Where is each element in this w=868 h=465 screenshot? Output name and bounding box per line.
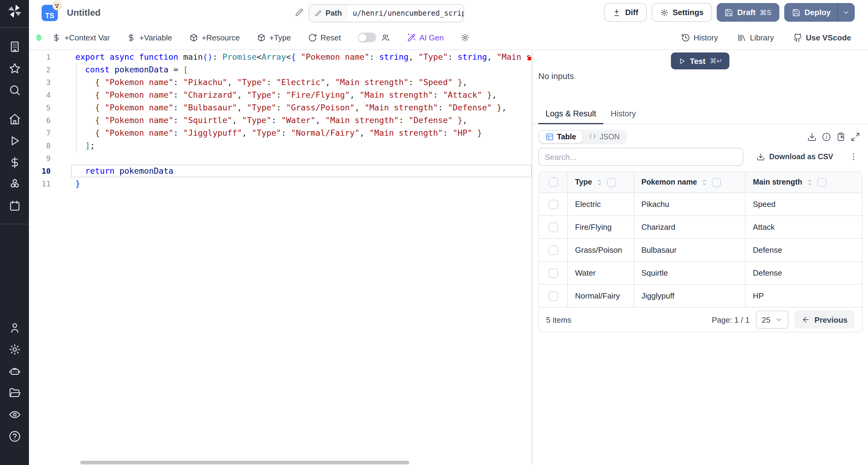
code-line-7[interactable]: 7 { "Pokemon name": "Jigglypuff", "Type"… bbox=[29, 127, 532, 139]
reset-button[interactable]: Reset bbox=[308, 33, 341, 42]
code-editor[interactable]: 1export async function main(): Promise<A… bbox=[29, 51, 532, 465]
library-button[interactable]: Library bbox=[737, 33, 774, 42]
column-filter-box[interactable] bbox=[607, 178, 616, 187]
row-checkbox[interactable] bbox=[548, 199, 558, 209]
test-button[interactable]: Test ⌘↵ bbox=[671, 53, 730, 69]
sidebar-item-user[interactable] bbox=[0, 317, 29, 338]
sidebar-item-cubes[interactable] bbox=[0, 173, 29, 195]
add-type-button[interactable]: +Type bbox=[257, 33, 291, 42]
rename-pencil-icon[interactable] bbox=[295, 8, 304, 17]
previous-page-button[interactable]: Previous bbox=[795, 311, 855, 329]
clipboard-paste-icon bbox=[836, 132, 846, 141]
code-line-6[interactable]: 6 { "Pokemon name": "Squirtle", "Type": … bbox=[29, 114, 532, 127]
building-icon bbox=[8, 40, 21, 53]
eye-icon bbox=[8, 408, 21, 421]
table-row-2[interactable]: Fire/FlyingCharizardAttack bbox=[539, 215, 862, 238]
code-line-4[interactable]: 4 { "Pokemon name": "Charizard", "Type":… bbox=[29, 89, 532, 101]
sort-icon[interactable] bbox=[806, 178, 814, 187]
code-line-2[interactable]: 2 const pokemonData = [ bbox=[29, 63, 532, 76]
add-resource-button[interactable]: +Resource bbox=[189, 33, 240, 42]
deploy-button[interactable]: Deploy bbox=[784, 3, 855, 22]
copy-result-button[interactable] bbox=[834, 129, 848, 144]
result-info-button[interactable] bbox=[819, 129, 834, 144]
table-row-5[interactable]: Normal/FairyJigglypuffHP bbox=[539, 284, 862, 307]
code-text: { "Pokemon name": "Squirtle", "Type": "W… bbox=[51, 114, 467, 127]
horizontal-scrollbar[interactable] bbox=[80, 461, 409, 464]
table-cell: Water bbox=[568, 262, 634, 284]
dollar-icon bbox=[52, 33, 61, 42]
table-row-3[interactable]: Grass/PoisonBulbasaurDefense bbox=[539, 238, 862, 261]
diff-button[interactable]: Diff bbox=[604, 3, 647, 22]
sidebar-item-help[interactable] bbox=[0, 425, 29, 447]
code-line-1[interactable]: 1export async function main(): Promise<A… bbox=[29, 51, 532, 63]
sidebar-item-settings[interactable] bbox=[0, 338, 29, 360]
windmill-logo-icon[interactable] bbox=[6, 3, 23, 22]
add-context-var-button[interactable]: +Context Var bbox=[52, 33, 110, 42]
tab-logs-result[interactable]: Logs & Result bbox=[538, 104, 603, 124]
folder-icon bbox=[8, 386, 21, 399]
line-number: 9 bbox=[29, 152, 51, 165]
download-result-button[interactable] bbox=[805, 129, 819, 144]
library-label: Library bbox=[750, 33, 774, 42]
result-controls: Table JSON bbox=[538, 128, 863, 145]
row-checkbox[interactable] bbox=[548, 268, 558, 278]
ai-gen-button[interactable]: AI Gen bbox=[407, 33, 444, 42]
table-row-1[interactable]: ElectricPikachuSpeed bbox=[539, 193, 862, 215]
play-icon bbox=[678, 57, 686, 65]
table-menu-button[interactable] bbox=[846, 150, 861, 164]
diff-mode-toggle[interactable] bbox=[358, 33, 376, 42]
add-variable-button[interactable]: +Variable bbox=[127, 33, 173, 42]
row-checkbox[interactable] bbox=[548, 222, 558, 232]
draft-button[interactable]: Draft ⌘S bbox=[717, 3, 779, 22]
download-csv-button[interactable]: Download as CSV bbox=[756, 153, 833, 161]
sidebar-item-robot[interactable] bbox=[0, 360, 29, 382]
column-filter-box[interactable] bbox=[817, 178, 827, 187]
line-number: 11 bbox=[29, 177, 51, 190]
sidebar-item-eye[interactable] bbox=[0, 404, 29, 425]
code-line-10[interactable]: 10 return pokemonData bbox=[29, 165, 532, 177]
download-icon bbox=[756, 153, 765, 161]
editor-settings-button[interactable] bbox=[461, 33, 470, 42]
code-line-5[interactable]: 5 { "Pokemon name": "Bulbasaur", "Type":… bbox=[29, 101, 532, 114]
table-row-4[interactable]: WaterSquirtleDefense bbox=[539, 261, 862, 284]
sidebar-item-folder[interactable] bbox=[0, 382, 29, 404]
line-number: 5 bbox=[29, 101, 51, 114]
sidebar-item-building[interactable] bbox=[0, 36, 29, 57]
use-vscode-button[interactable]: Use VScode bbox=[793, 33, 851, 42]
sidebar-item-calendar[interactable] bbox=[0, 195, 29, 216]
code-line-3[interactable]: 3 { "Pokemon name": "Pikachu", "Type": "… bbox=[29, 76, 532, 89]
main-area: TS Untitled Path u/henri/unencumbered_sc… bbox=[29, 0, 868, 465]
sidebar-item-home[interactable] bbox=[0, 108, 29, 130]
history-button[interactable]: History bbox=[681, 33, 718, 42]
chevron-down-icon[interactable] bbox=[842, 8, 850, 16]
sidebar-item-search[interactable] bbox=[0, 79, 29, 101]
code-line-8[interactable]: 8 ]; bbox=[29, 139, 532, 152]
path-label: Path bbox=[326, 9, 342, 18]
search-input[interactable] bbox=[538, 148, 743, 166]
sort-icon[interactable] bbox=[701, 178, 709, 187]
page-indicator: Page: 1 / 1 bbox=[712, 315, 749, 324]
code-line-11[interactable]: 11} bbox=[29, 177, 532, 190]
column-filter-box[interactable] bbox=[712, 178, 721, 187]
sidebar-item-play[interactable] bbox=[0, 130, 29, 151]
code-line-9[interactable]: 9 bbox=[29, 152, 532, 165]
sidebar-item-star[interactable] bbox=[0, 57, 29, 79]
code-text bbox=[51, 152, 75, 165]
github-icon bbox=[793, 33, 802, 42]
row-checkbox[interactable] bbox=[548, 245, 558, 255]
view-table-option[interactable]: Table bbox=[539, 130, 582, 143]
expand-result-button[interactable] bbox=[848, 129, 863, 144]
view-json-option[interactable]: JSON bbox=[582, 130, 626, 143]
table-cell: Defense bbox=[746, 262, 862, 284]
view-table-label: Table bbox=[557, 133, 576, 141]
tab-history[interactable]: History bbox=[603, 104, 643, 124]
sort-icon[interactable] bbox=[596, 178, 604, 187]
settings-button[interactable]: Settings bbox=[652, 3, 712, 22]
page-size-select[interactable]: 25 bbox=[755, 311, 788, 329]
select-all-checkbox[interactable] bbox=[548, 177, 558, 187]
help-icon bbox=[8, 430, 21, 442]
path-field[interactable]: Path u/henri/unencumbered_script bbox=[309, 4, 464, 22]
sidebar-item-dollar[interactable] bbox=[0, 151, 29, 173]
row-checkbox[interactable] bbox=[548, 291, 558, 301]
multiplayer-button[interactable] bbox=[381, 33, 390, 42]
